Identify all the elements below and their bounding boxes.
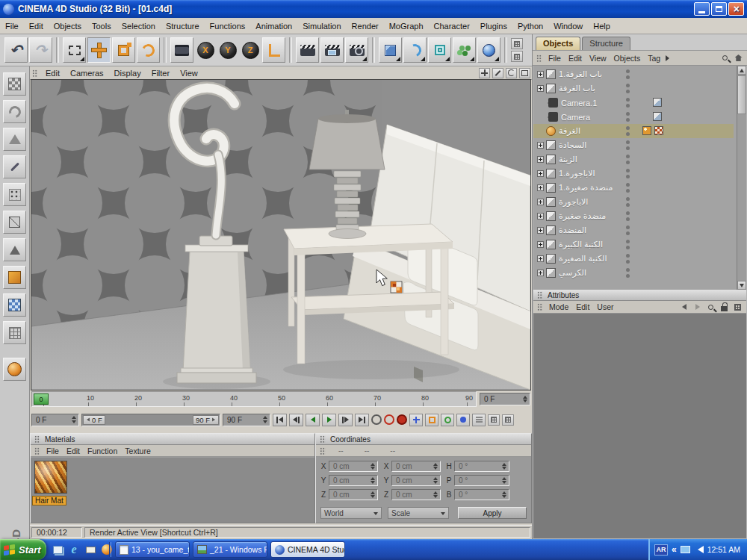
toggle-view-icon[interactable] (519, 68, 530, 78)
menu-plugins[interactable]: Plugins (475, 21, 512, 31)
object-icon[interactable] (546, 225, 556, 235)
taskbar-task-3-active[interactable]: CINEMA 4D Studio ... (270, 541, 345, 558)
material-thumbnail[interactable] (34, 461, 67, 494)
materials-list[interactable]: Hair Mat (31, 458, 314, 523)
previous-key-button[interactable] (289, 414, 303, 426)
goto-start-button[interactable] (273, 414, 287, 426)
expand-icon[interactable] (537, 255, 544, 262)
om-menu-view[interactable]: View (586, 54, 610, 63)
keying-settings-icon[interactable] (488, 414, 500, 426)
size-x-field[interactable]: 0 cm (391, 461, 441, 472)
edges-mode-icon[interactable] (3, 211, 26, 234)
menu-edit[interactable]: Edit (24, 21, 49, 31)
object-row[interactable]: السجادة (533, 138, 734, 152)
expand-icon[interactable] (537, 213, 544, 220)
menu-mograph[interactable]: MoGraph (384, 21, 429, 31)
range-end-handle[interactable]: 90 F (193, 415, 219, 425)
object-row[interactable]: Camera (533, 110, 734, 124)
play-button[interactable] (322, 414, 336, 426)
size-y-field[interactable]: 0 cm (391, 475, 441, 486)
expand-icon[interactable] (537, 184, 544, 191)
object-label[interactable]: السجادة (559, 140, 586, 150)
rotation-b-field[interactable]: 0 ° (454, 489, 509, 500)
panel-grip[interactable] (320, 447, 326, 455)
model-mode-icon[interactable] (3, 100, 26, 123)
add-cube-icon[interactable] (379, 37, 402, 63)
position-y-field[interactable]: 0 cm (329, 475, 378, 486)
add-mograph-icon[interactable] (453, 37, 476, 63)
object-label[interactable]: الكنبة الكبيرة (559, 240, 603, 249)
visibility-dots[interactable] (626, 126, 630, 136)
object-row[interactable]: الاباجورة.1 (533, 167, 734, 181)
object-row[interactable]: Camera.1 (533, 96, 734, 110)
expand-icon[interactable] (537, 241, 544, 248)
add-spline-icon[interactable] (403, 37, 427, 63)
add-instance-icon[interactable] (428, 37, 451, 63)
hair-tool-icon[interactable] (3, 358, 26, 381)
record-button[interactable] (397, 414, 407, 425)
make-editable-icon[interactable] (3, 72, 26, 96)
panel-grip[interactable] (34, 435, 40, 443)
visibility-dots[interactable] (626, 240, 630, 249)
next-key-button[interactable] (338, 414, 353, 426)
visibility-dots[interactable] (626, 254, 630, 264)
filter-icon[interactable] (732, 302, 743, 312)
timeline-ruler[interactable]: 0 0 10 20 30 40 50 60 70 80 90 (31, 391, 477, 407)
object-label[interactable]: الزينة (559, 155, 577, 164)
points-mode-icon[interactable] (3, 183, 26, 206)
object-label[interactable]: الكرسي (559, 268, 586, 278)
scroll-down-icon[interactable] (737, 281, 746, 290)
object-list[interactable]: باب الغرفة.1 باب الغرفة Camera.1 Camera … (533, 66, 746, 290)
pan-view-icon[interactable] (479, 68, 490, 78)
key-rotation-toggle[interactable] (441, 414, 454, 426)
object-label[interactable]: باب الغرفة (559, 84, 595, 93)
mail-icon[interactable] (84, 543, 97, 556)
object-icon[interactable] (546, 211, 556, 221)
workplane-mode-icon[interactable] (3, 155, 26, 178)
menu-overflow-icon[interactable] (666, 55, 672, 61)
object-icon[interactable] (546, 69, 556, 79)
panel-grip[interactable] (537, 291, 543, 299)
range-start-handle[interactable]: 0 F (83, 415, 105, 425)
taskbar-task-2[interactable]: _21 - Windows Pic... (193, 541, 267, 558)
viewport-filter-icon[interactable] (3, 293, 26, 317)
object-label[interactable]: الغرفة (559, 126, 580, 136)
object-icon[interactable] (546, 140, 556, 150)
object-label[interactable]: Camera.1 (561, 99, 597, 108)
timeline-marker[interactable]: 0 (34, 393, 49, 405)
history-back-icon[interactable] (678, 302, 689, 312)
panel-grip[interactable] (320, 435, 326, 443)
camera-icon[interactable] (548, 98, 558, 108)
display-tag-icon[interactable] (653, 112, 662, 121)
expand-icon[interactable] (537, 227, 544, 234)
visibility-dots[interactable] (626, 197, 630, 207)
add-environment-icon[interactable] (477, 37, 500, 63)
display-filter-icon[interactable] (511, 38, 523, 49)
visibility-dots[interactable] (626, 169, 630, 178)
rotate-tool-icon[interactable] (137, 37, 160, 63)
menu-animation[interactable]: Animation (250, 21, 297, 31)
object-label[interactable]: الكنبة الصغيرة (559, 254, 607, 264)
goto-end-button[interactable] (355, 414, 369, 426)
object-row[interactable]: الكرسي (533, 266, 734, 280)
materials-menu-texture[interactable]: Texture (121, 447, 154, 455)
show-desktop-icon[interactable] (51, 543, 64, 556)
lock-x-axis-icon[interactable]: X (197, 42, 214, 59)
visibility-dots[interactable] (626, 183, 630, 193)
menu-structure[interactable]: Structure (161, 21, 205, 31)
panel-grip[interactable] (536, 55, 542, 62)
move-tool-icon[interactable] (87, 37, 111, 63)
zoom-view-icon[interactable] (492, 68, 503, 78)
menu-python[interactable]: Python (512, 21, 548, 31)
tab-objects[interactable]: Objects (536, 37, 580, 50)
object-row[interactable]: باب الغرفة (533, 81, 734, 96)
materials-menu-function[interactable]: Function (84, 447, 121, 455)
menu-simulation[interactable]: Simulation (297, 21, 346, 31)
object-icon[interactable] (546, 183, 556, 193)
object-label[interactable]: المنضدة (559, 225, 586, 235)
visibility-dots[interactable] (626, 225, 630, 235)
minimize-button[interactable] (694, 2, 710, 16)
visibility-dots[interactable] (626, 140, 630, 150)
panel-grip[interactable] (537, 303, 543, 311)
play-backward-button[interactable] (306, 414, 320, 426)
